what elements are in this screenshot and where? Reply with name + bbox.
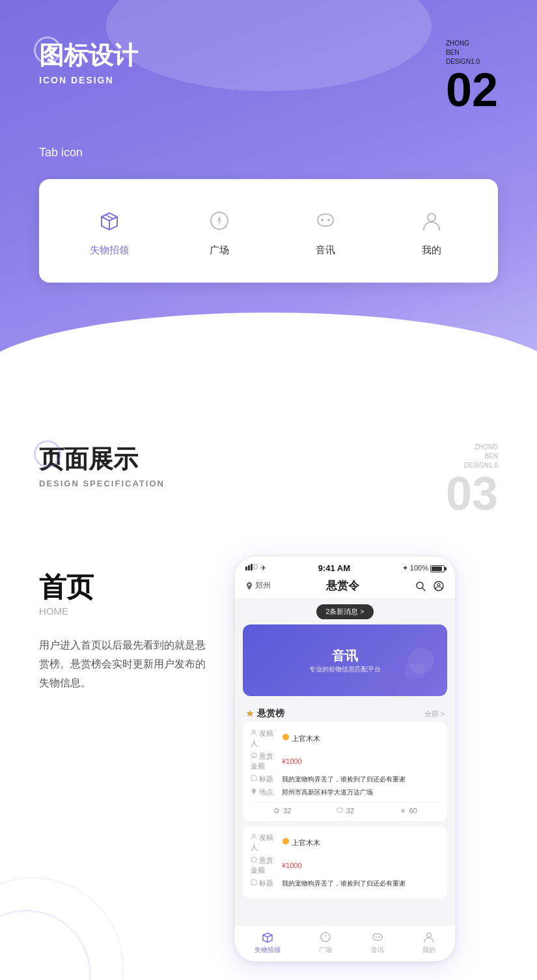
banner-subtitle: 专业的拾物信息匹配平台 <box>309 665 381 674</box>
svg-rect-9 <box>251 564 253 570</box>
svg-point-6 <box>428 214 435 221</box>
tab-item-mine[interactable]: 我的 <box>416 205 447 257</box>
svg-point-24 <box>282 838 289 845</box>
title-label-2: 标题 <box>251 878 278 888</box>
message-icon <box>310 205 341 236</box>
box-icon <box>94 205 125 236</box>
sender-value-2: 上官木木 <box>282 837 320 848</box>
tab-item-square[interactable]: 广场 <box>204 205 235 257</box>
icon-design-section: 图标设计 ICON DESIGN ZHONGBENDESIGN1.0 02 Ta… <box>0 0 537 391</box>
phone-status-bar: ✈ 9:41 AM ✦ 100% <box>235 557 455 576</box>
page-title-en: HOME <box>39 606 208 617</box>
sender-value-1: 上官木木 <box>282 733 320 744</box>
svg-point-19 <box>282 734 289 740</box>
reward-section-title: 悬赏榜 <box>245 708 284 720</box>
section2-number-big: 03 <box>446 470 498 517</box>
phone-tab-label-square: 广场 <box>319 945 332 955</box>
svg-rect-7 <box>245 567 247 570</box>
section2-title-block: 页面展示 DESIGN SPECIFICATION <box>39 443 165 488</box>
phone-nav-icons <box>415 580 445 592</box>
location-label-1: 地点 <box>251 787 278 797</box>
tab-icon-label: Tab icon <box>39 146 498 160</box>
phone-tab-square[interactable]: 广场 <box>319 931 332 955</box>
phone-tab-mine[interactable]: 我的 <box>422 931 435 955</box>
svg-rect-3 <box>318 214 333 226</box>
section1-title-block: 图标设计 ICON DESIGN <box>39 39 138 85</box>
reward-section-header: 悬赏榜 全部 > <box>235 703 455 722</box>
section1-title: 图标设计 <box>39 39 138 72</box>
tab-label-lost: 失物招领 <box>90 244 129 257</box>
svg-rect-17 <box>405 664 424 677</box>
page-design-section: 页面展示 DESIGN SPECIFICATION ZHONGBENDESIGN… <box>0 391 537 980</box>
phone-tab-label-mine: 我的 <box>422 945 435 955</box>
svg-point-5 <box>327 219 330 221</box>
tab-icon-card: 失物招领 广场 音讯 <box>39 179 498 283</box>
sender-label-2: 发稿人 <box>251 833 278 852</box>
svg-rect-22 <box>251 776 256 781</box>
compass-icon <box>204 205 235 236</box>
amount-label-1: ¥ 悬赏金额 <box>251 751 278 771</box>
svg-rect-26 <box>251 880 256 885</box>
phone-tab-lost[interactable]: 失物招领 <box>255 931 281 955</box>
tab-item-message[interactable]: 音讯 <box>310 205 341 257</box>
section2-number-small: ZHONGBENDESIGN1.0 <box>446 443 498 470</box>
amount-value-2: ¥1000 <box>282 861 302 869</box>
svg-marker-28 <box>325 934 327 937</box>
phone-tab-label-lost: 失物招领 <box>255 945 281 955</box>
svg-point-31 <box>378 936 379 938</box>
status-time: 9:41 AM <box>318 563 350 573</box>
section2-number-block: ZHONGBENDESIGN1.0 03 <box>446 443 498 517</box>
reward-card-2[interactable]: 发稿人 上官木木 悬赏金额 ¥1000 <box>243 826 447 898</box>
svg-rect-10 <box>254 564 257 569</box>
notification-pill[interactable]: 2条新消息 > <box>316 604 374 619</box>
sender-label-1: 发稿人 <box>251 729 278 748</box>
svg-point-11 <box>249 583 251 585</box>
phone-tab-bar: 失物招领 广场 音讯 <box>235 925 455 961</box>
svg-point-32 <box>427 933 432 938</box>
amount-label-2: 悬赏金额 <box>251 856 278 875</box>
phone-nav-bar: 郑州 悬赏令 <box>235 576 455 599</box>
svg-point-25 <box>251 857 256 862</box>
svg-point-30 <box>376 936 377 938</box>
phone-app-title: 悬赏令 <box>326 578 359 593</box>
phone-banner[interactable]: 音讯 专业的拾物信息匹配平台 <box>243 624 447 696</box>
amount-value-1: ¥1000 <box>282 757 302 765</box>
phone-tab-label-message: 音讯 <box>371 945 384 955</box>
svg-point-15 <box>437 583 440 586</box>
tab-label-square: 广场 <box>210 244 229 257</box>
status-signal: ✈ <box>245 564 266 572</box>
section2-title: 页面展示 <box>39 443 138 476</box>
phone-content: 2条新消息 > 音讯 专业的拾物信息匹配平台 <box>235 599 455 925</box>
banner-title: 音讯 <box>332 647 358 665</box>
page-description-text: 用户进入首页以后最先看到的就是悬赏榜。悬赏榜会实时更新用户发布的失物信息。 <box>39 636 208 692</box>
phone-mockup: ✈ 9:41 AM ✦ 100% 郑州 悬赏令 <box>234 556 456 962</box>
section1-number-block: ZHONGBENDESIGN1.0 02 <box>446 39 498 113</box>
phone-location: 郑州 <box>245 580 271 591</box>
page-showcase: 首页 HOME 用户进入首页以后最先看到的就是悬赏榜。悬赏榜会实时更新用户发布的… <box>39 556 498 962</box>
svg-text:¥: ¥ <box>253 754 255 758</box>
section1-number-small: ZHONGBENDESIGN1.0 <box>446 39 498 66</box>
title-value-1: 我的宠物狗弄丢了，谁捡到了归还必有重谢 <box>282 775 406 784</box>
svg-line-13 <box>422 588 425 591</box>
page-title-zh: 首页 <box>39 569 208 606</box>
reward-stats-1: 32 32 60 <box>251 802 439 815</box>
phone-notification: 2条新消息 > <box>235 599 455 624</box>
title-label-1: 标题 <box>251 774 278 784</box>
reward-card-1[interactable]: 发稿人 上官木木 ¥ 悬赏金额 ¥1000 <box>243 722 447 821</box>
section1-number-big: 02 <box>446 66 498 113</box>
phone-tab-message[interactable]: 音讯 <box>371 931 384 955</box>
user-icon <box>416 205 447 236</box>
section1-subtitle: ICON DESIGN <box>39 75 138 85</box>
location-value-1: 郑州市高新区科学大道万达广场 <box>282 788 373 797</box>
title-value-2: 我的宠物狗弄丢了，谁捡到了归还必有重谢 <box>282 879 406 888</box>
page-description-block: 首页 HOME 用户进入首页以后最先看到的就是悬赏榜。悬赏榜会实时更新用户发布的… <box>39 556 208 692</box>
svg-rect-29 <box>373 934 382 940</box>
status-battery: ✦ 100% <box>402 564 445 572</box>
svg-point-4 <box>321 219 324 221</box>
svg-rect-8 <box>248 565 250 570</box>
reward-section-more[interactable]: 全部 > <box>424 709 445 719</box>
tab-label-message: 音讯 <box>316 244 335 257</box>
tab-label-mine: 我的 <box>422 244 441 257</box>
tab-item-lost[interactable]: 失物招领 <box>90 205 129 257</box>
section2-subtitle: DESIGN SPECIFICATION <box>39 479 165 488</box>
